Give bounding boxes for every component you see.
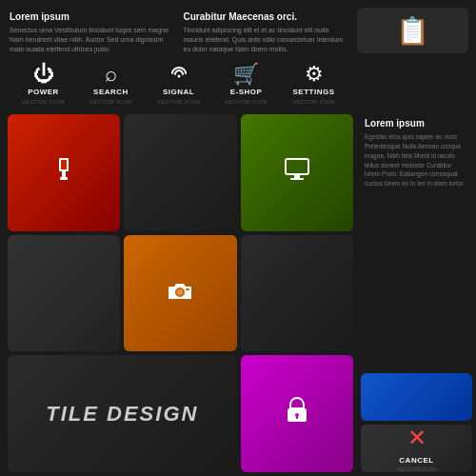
tiles-grid: TILE DESIGN [0, 110, 357, 476]
signal-label: SIGNAL [163, 88, 194, 96]
right-panel-title: Lorem ipsum [365, 118, 468, 129]
power-icon-item[interactable]: ⏻ POWER VECTOR ICON [22, 64, 65, 105]
tile-magenta-lock[interactable] [241, 355, 353, 472]
svg-rect-7 [290, 178, 304, 180]
cancel-label: CANCEL [399, 456, 433, 465]
tile-dark-2[interactable] [8, 235, 120, 352]
eshop-label: E-SHOP [230, 88, 263, 96]
svg-point-0 [177, 75, 180, 78]
top-left-title: Lorem ipsum [10, 11, 174, 22]
signal-icon [169, 64, 189, 85]
main-layout: Lorem ipsum Senectus urna Vestibulum tin… [0, 0, 476, 476]
top-middle-block: Curabitur Maecenas orci. Tincidunt adipi… [184, 11, 348, 53]
svg-rect-4 [60, 177, 68, 180]
search-sublabel: VECTOR ICON [89, 99, 132, 105]
power-label: POWER [28, 88, 59, 96]
cancel-x-icon: ✕ [407, 425, 426, 451]
eshop-sublabel: VECTOR ICON [225, 99, 268, 105]
top-middle-title: Curabitur Maecenas orci. [184, 11, 348, 22]
doc-icon-tile: 📋 [357, 8, 468, 53]
svg-point-9 [177, 289, 183, 295]
tile-design-text: TILE DESIGN [46, 402, 198, 426]
settings-icon-item[interactable]: ⚙ SETTINGS VECTOR ICON [292, 64, 335, 105]
svg-rect-2 [61, 160, 67, 169]
search-label: SEARCH [93, 88, 129, 96]
right-panel-text: Egestas eros quis sapien eu nunc Pellent… [365, 132, 468, 188]
right-info-panel: Lorem ipsum Egestas eros quis sapien eu … [357, 110, 476, 373]
tile-dark-3[interactable] [241, 235, 353, 352]
settings-icon: ⚙ [305, 64, 324, 85]
signal-sublabel: VECTOR ICON [157, 99, 200, 105]
search-icon: ⌕ [105, 64, 117, 85]
usb-icon [50, 156, 77, 189]
monitor-icon [283, 156, 311, 189]
power-sublabel: VECTOR ICON [22, 99, 65, 105]
cancel-tile[interactable]: ✕ CANCEL VECTOR ICON [361, 425, 472, 472]
icons-row: ⏻ POWER VECTOR ICON ⌕ SEARCH VECTOR ICON… [0, 58, 357, 110]
settings-label: SETTINGS [292, 88, 334, 96]
eshop-icon: 🛒 [233, 64, 259, 85]
search-icon-item[interactable]: ⌕ SEARCH VECTOR ICON [89, 64, 132, 105]
power-icon: ⏻ [33, 64, 54, 85]
top-right-spacer [357, 58, 476, 110]
lock-icon [285, 396, 309, 431]
svg-rect-5 [286, 159, 308, 174]
tile-green[interactable] [241, 114, 353, 231]
signal-icon-item[interactable]: SIGNAL VECTOR ICON [157, 64, 200, 105]
top-left-text: Senectus urna Vestibulum tincidunt turpi… [10, 26, 174, 53]
top-middle-text: Tincidunt adipiscing elit et et ac tinci… [184, 26, 348, 53]
bottom-right-tiles: ✕ CANCEL VECTOR ICON [357, 373, 476, 476]
tile-red-usb[interactable] [8, 114, 120, 231]
top-text-area: Lorem ipsum Senectus urna Vestibulum tin… [0, 0, 357, 58]
svg-rect-6 [294, 174, 300, 178]
tile-blue[interactable] [361, 373, 472, 421]
tile-orange-camera[interactable] [124, 235, 236, 352]
document-icon: 📋 [396, 15, 429, 47]
tile-dark-1[interactable] [124, 114, 236, 231]
eshop-icon-item[interactable]: 🛒 E-SHOP VECTOR ICON [225, 64, 268, 105]
camera-icon [165, 277, 195, 310]
top-left-block: Lorem ipsum Senectus urna Vestibulum tin… [10, 11, 174, 53]
tile-design-label: TILE DESIGN [8, 355, 237, 472]
svg-rect-10 [186, 288, 189, 290]
settings-sublabel: VECTOR ICON [292, 99, 335, 105]
svg-rect-13 [296, 415, 298, 419]
cancel-sublabel: VECTOR ICON [397, 466, 437, 472]
